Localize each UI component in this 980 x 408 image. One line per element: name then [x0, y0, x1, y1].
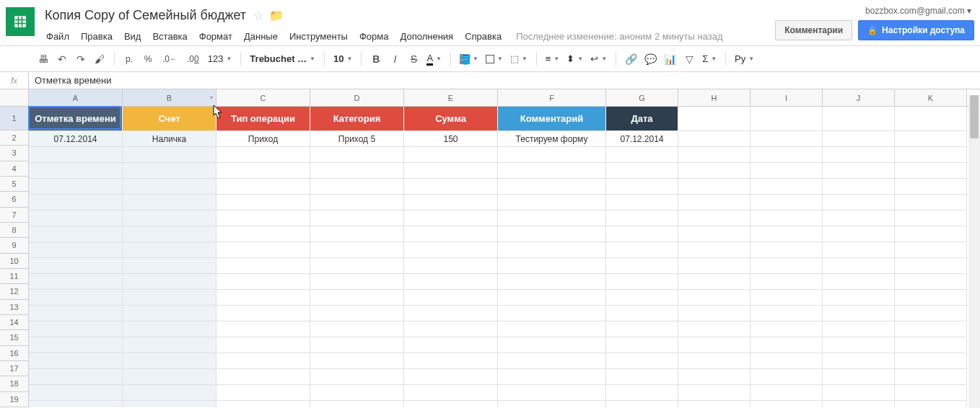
cell-K14[interactable] [895, 321, 967, 337]
cell-E1[interactable]: Сумма [404, 107, 498, 131]
cell-F5[interactable] [498, 179, 606, 195]
col-header-J[interactable]: J [823, 89, 895, 106]
cell-I19[interactable] [751, 401, 823, 407]
col-header-B[interactable]: B▾ [123, 89, 216, 106]
cell-I4[interactable] [751, 163, 823, 179]
cell-F9[interactable] [498, 242, 606, 258]
strikethrough-button[interactable]: S [405, 50, 422, 68]
menu-format[interactable]: Формат [193, 28, 238, 45]
bold-button[interactable]: B [367, 50, 385, 68]
cell-B14[interactable] [123, 321, 216, 337]
cell-A18[interactable] [29, 385, 123, 401]
cell-D13[interactable] [310, 306, 404, 321]
menu-addons[interactable]: Дополнения [394, 28, 459, 45]
cell-A6[interactable] [29, 195, 123, 210]
cell-H1[interactable] [678, 107, 751, 131]
cell-G8[interactable] [606, 226, 678, 242]
cell-J19[interactable] [823, 401, 895, 407]
cell-C17[interactable] [216, 369, 310, 385]
decrease-decimal-button[interactable]: .0← [158, 50, 181, 68]
cell-D3[interactable] [310, 147, 404, 163]
row-header-6[interactable]: 6 [0, 192, 29, 207]
more-formats-button[interactable]: 123▼ [205, 50, 235, 68]
insert-link-icon[interactable]: 🔗 [622, 50, 640, 68]
cell-B11[interactable] [123, 274, 216, 290]
share-button[interactable]: 🔒Настройки доступа [858, 20, 974, 40]
v-align-button[interactable]: ⬍▼ [564, 50, 586, 68]
cell-I14[interactable] [751, 321, 823, 337]
cell-E19[interactable] [404, 401, 498, 407]
row-header-19[interactable]: 19 [0, 392, 29, 407]
cell-B19[interactable] [123, 401, 216, 407]
cell-A2[interactable]: 07.12.2014 [29, 131, 123, 147]
cell-I6[interactable] [751, 195, 823, 210]
redo-icon[interactable]: ↷ [72, 50, 89, 68]
row-header-2[interactable]: 2 [0, 130, 29, 146]
cell-G17[interactable] [606, 369, 678, 385]
wrap-button[interactable]: ↩▼ [587, 50, 610, 68]
cell-I10[interactable] [751, 258, 823, 274]
cell-D8[interactable] [310, 226, 404, 242]
cell-G4[interactable] [606, 163, 678, 179]
row-header-8[interactable]: 8 [0, 223, 29, 238]
row-header-3[interactable]: 3 [0, 146, 29, 161]
cell-D11[interactable] [310, 274, 404, 290]
cell-B2[interactable]: Наличка [123, 131, 216, 147]
cell-H19[interactable] [678, 401, 751, 407]
folder-icon[interactable]: 📁 [269, 9, 284, 22]
row-header-14[interactable]: 14 [0, 315, 29, 330]
increase-decimal-button[interactable]: .00 [183, 50, 204, 68]
cell-E16[interactable] [404, 353, 498, 369]
cell-D15[interactable] [310, 337, 404, 353]
cell-H13[interactable] [678, 306, 751, 321]
row-header-11[interactable]: 11 [0, 269, 29, 284]
cell-E18[interactable] [404, 385, 498, 401]
cell-H6[interactable] [678, 195, 751, 210]
cell-D9[interactable] [310, 242, 404, 258]
format-currency-button[interactable]: р. [121, 50, 138, 68]
cell-B8[interactable] [123, 226, 216, 242]
cell-A1[interactable]: Отметка времени [29, 107, 123, 131]
col-header-F[interactable]: F [498, 89, 606, 106]
cell-F13[interactable] [498, 306, 606, 321]
cell-K2[interactable] [895, 131, 967, 147]
filter-icon[interactable]: ▽ [681, 50, 698, 68]
cell-G5[interactable] [606, 179, 678, 195]
sheets-logo[interactable] [6, 7, 35, 36]
cell-B16[interactable] [123, 353, 216, 369]
cell-E13[interactable] [404, 306, 498, 321]
cell-F17[interactable] [498, 369, 606, 385]
cell-F11[interactable] [498, 274, 606, 290]
cell-I8[interactable] [751, 226, 823, 242]
cell-C10[interactable] [216, 258, 310, 274]
cell-D7[interactable] [310, 210, 404, 226]
merge-button[interactable]: ⬚▼ [507, 50, 530, 68]
cell-H18[interactable] [678, 385, 751, 401]
cell-H10[interactable] [678, 258, 751, 274]
cell-K5[interactable] [895, 179, 967, 195]
cell-D17[interactable] [310, 369, 404, 385]
borders-button[interactable]: ▼ [483, 50, 506, 68]
cell-B4[interactable] [123, 163, 216, 179]
cell-C8[interactable] [216, 226, 310, 242]
cell-D10[interactable] [310, 258, 404, 274]
cell-F1[interactable]: Комментарий [498, 107, 606, 131]
cell-C6[interactable] [216, 195, 310, 210]
cell-C7[interactable] [216, 210, 310, 226]
cell-G15[interactable] [606, 337, 678, 353]
cell-I1[interactable] [751, 107, 823, 131]
cell-H9[interactable] [678, 242, 751, 258]
cell-I16[interactable] [751, 353, 823, 369]
cell-D1[interactable]: Категория [310, 107, 404, 131]
cell-E10[interactable] [404, 258, 498, 274]
paint-format-icon[interactable]: 🖌 [91, 50, 108, 68]
cell-E2[interactable]: 150 [404, 131, 498, 147]
cell-A19[interactable] [29, 401, 123, 407]
cell-G3[interactable] [606, 147, 678, 163]
cell-G19[interactable] [606, 401, 678, 407]
cell-J11[interactable] [823, 274, 895, 290]
cell-A17[interactable] [29, 369, 123, 385]
row-header-5[interactable]: 5 [0, 177, 29, 192]
col-header-C[interactable]: C [216, 89, 310, 106]
cell-K17[interactable] [895, 369, 967, 385]
